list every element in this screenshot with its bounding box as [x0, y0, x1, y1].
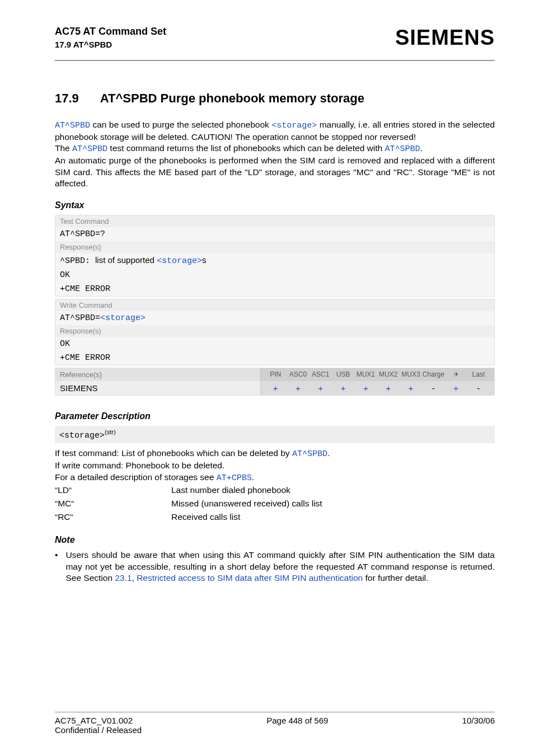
- table-row: “LD“ Last number dialed phonebook: [55, 483, 495, 497]
- col-last: Last: [467, 370, 490, 379]
- reference-values: + + + + + + + - + -: [260, 381, 494, 395]
- col-airplane-icon: ✈: [444, 370, 467, 379]
- cmd-link-spbd[interactable]: AT^SPBD: [385, 144, 420, 154]
- test-command: AT^SPBD=?: [55, 227, 494, 241]
- intro-text: test command returns the list of phonebo…: [107, 143, 385, 153]
- footer-version: AC75_ATC_V01.002: [55, 716, 133, 725]
- doc-title: AC75 AT Command Set: [55, 26, 166, 37]
- param-values-table: “LD“ Last number dialed phonebook “MC“ M…: [55, 483, 495, 524]
- reference-columns: PIN ASC0 ASC1 USB MUX1 MUX2 MUX3 Charge …: [260, 368, 494, 381]
- reference-header-row: Reference(s) PIN ASC0 ASC1 USB MUX1 MUX2…: [55, 368, 494, 381]
- page-header: AC75 AT Command Set 17.9 AT^SPBD SIEMENS: [55, 26, 495, 50]
- val-charge: -: [422, 383, 444, 393]
- param-desc-text: .: [252, 472, 254, 482]
- section-heading: AT^SPBD Purge phonebook memory storage: [100, 91, 364, 106]
- footer-page: Page 448 of 569: [266, 716, 328, 725]
- val-mux2: +: [377, 383, 399, 393]
- param-key: “MC“: [55, 497, 171, 510]
- val-mux1: +: [354, 383, 377, 393]
- response-line: ^SPBD: list of supported <storage>s: [55, 253, 494, 268]
- cmd-link-spbd[interactable]: AT^SPBD: [292, 449, 327, 459]
- section-number: 17.9: [55, 91, 79, 106]
- section-ref-title[interactable]: Restricted access to SIM data after SIM …: [137, 573, 363, 583]
- syntax-heading: Syntax: [55, 200, 495, 210]
- write-command-block: Write Command AT^SPBD=<storage> Response…: [55, 299, 495, 365]
- reference-vendor: SIEMENS: [55, 381, 260, 395]
- val-airplane: +: [444, 383, 467, 393]
- section-title: 17.9 AT^SPBD Purge phonebook memory stor…: [55, 91, 495, 106]
- param-type: (str): [105, 429, 116, 435]
- cmd-link-spbd[interactable]: AT^SPBD: [72, 144, 107, 154]
- col-mux3: MUX3: [400, 370, 422, 379]
- intro-text: The: [55, 143, 72, 153]
- reference-label: Reference(s): [55, 368, 260, 381]
- param-value: Missed (unanswered received) calls list: [171, 497, 495, 510]
- reference-data-row: SIEMENS + + + + + + + - + -: [55, 381, 494, 395]
- note-sep: ,: [132, 573, 137, 583]
- param-name: <storage>: [59, 431, 105, 440]
- param-key: “RC“: [55, 510, 171, 524]
- intro-text: An automatic purge of the phonebooks is …: [55, 156, 495, 188]
- footer-confidential: Confidential / Released: [55, 725, 495, 735]
- intro-paragraph: AT^SPBD can be used to purge the selecte…: [55, 119, 495, 189]
- bullet-icon: •: [55, 550, 58, 584]
- col-asc0: ASC0: [287, 370, 309, 379]
- resp-suffix: s: [202, 255, 207, 265]
- page-footer: AC75_ATC_V01.002 Page 448 of 569 10/30/0…: [55, 712, 495, 735]
- col-mux1: MUX1: [354, 370, 377, 379]
- note-heading: Note: [55, 535, 495, 545]
- note-list: • Users should be aware that when using …: [55, 550, 495, 584]
- param-link-storage[interactable]: <storage>: [271, 121, 317, 130]
- reference-block: Reference(s) PIN ASC0 ASC1 USB MUX1 MUX2…: [55, 368, 495, 396]
- param-name-box: <storage>(str): [55, 426, 495, 443]
- param-link-storage[interactable]: <storage>: [100, 313, 146, 323]
- param-description: If test command: List of phonebooks whic…: [55, 448, 495, 483]
- val-usb: +: [332, 383, 354, 393]
- param-desc-text: If test command: List of phonebooks whic…: [55, 448, 292, 458]
- cmd-link-spbd[interactable]: AT^SPBD: [55, 121, 90, 130]
- col-mux2: MUX2: [377, 370, 399, 379]
- note-tail: for further detail.: [363, 573, 428, 583]
- param-heading: Parameter Description: [55, 411, 495, 421]
- val-pin: +: [264, 383, 287, 393]
- section-ref-number[interactable]: 23.1: [115, 573, 132, 583]
- footer-rule: [55, 712, 495, 712]
- resp-prefix: ^SPBD:: [60, 256, 95, 266]
- response-label: Response(s): [55, 325, 494, 337]
- test-command-block: Test Command AT^SPBD=? Response(s) ^SPBD…: [55, 215, 495, 297]
- response-label: Response(s): [55, 241, 494, 253]
- table-row: “RC“ Received calls list: [55, 510, 495, 524]
- header-left: AC75 AT Command Set 17.9 AT^SPBD: [55, 26, 166, 49]
- intro-text: can be used to purge the selected phoneb…: [90, 120, 271, 129]
- footer-row: AC75_ATC_V01.002 Page 448 of 569 10/30/0…: [55, 716, 495, 725]
- test-label: Test Command: [55, 215, 494, 227]
- response-ok: OK: [55, 268, 494, 282]
- response-cme: +CME ERROR: [55, 282, 494, 296]
- param-desc-text: .: [327, 448, 330, 458]
- col-usb: USB: [332, 370, 354, 379]
- cmd-link-cpbs[interactable]: AT+CPBS: [217, 473, 252, 483]
- param-value: Received calls list: [171, 510, 495, 524]
- table-row: “MC“ Missed (unanswered received) calls …: [55, 497, 495, 510]
- response-cme: +CME ERROR: [55, 351, 494, 365]
- doc-subtitle: 17.9 AT^SPBD: [55, 40, 166, 49]
- val-asc1: +: [310, 383, 332, 393]
- param-link-storage[interactable]: <storage>: [157, 256, 202, 266]
- param-desc-text: For a detailed description of storages s…: [55, 472, 217, 482]
- val-last: -: [467, 383, 490, 393]
- param-desc-text: If write command: Phonebook to be delete…: [55, 461, 224, 470]
- write-label: Write Command: [55, 299, 494, 311]
- param-value: Last number dialed phonebook: [171, 483, 495, 497]
- resp-text: list of supported: [95, 255, 157, 265]
- note-item: • Users should be aware that when using …: [55, 550, 495, 584]
- val-mux3: +: [400, 383, 422, 393]
- col-asc1: ASC1: [310, 370, 332, 379]
- val-asc0: +: [287, 383, 309, 393]
- param-key: “LD“: [55, 483, 171, 497]
- intro-text: .: [420, 143, 422, 153]
- footer-date: 10/30/06: [462, 716, 495, 725]
- write-cmd-prefix: AT^SPBD=: [60, 313, 100, 323]
- response-ok: OK: [55, 337, 494, 351]
- col-pin: PIN: [264, 370, 287, 379]
- note-text: Users should be aware that when using th…: [65, 550, 495, 584]
